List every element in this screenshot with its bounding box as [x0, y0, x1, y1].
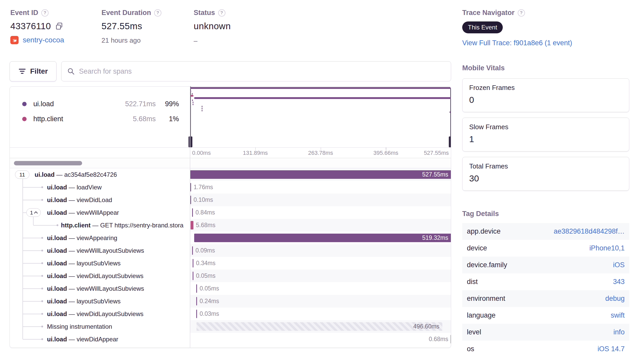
tag-value-link[interactable]: ae3829618d484298f… [554, 227, 625, 235]
span-row[interactable]: 11ui.load — ac354af5e82c4726527.55ms [10, 168, 451, 181]
tree-connector-dot [41, 338, 43, 340]
span-duration-bar[interactable] [451, 335, 451, 343]
tag-value-link[interactable]: iPhone10,1 [589, 244, 625, 252]
span-duration-label: 5.68ms [196, 219, 215, 232]
event-duration-label: Event Duration [101, 9, 151, 17]
span-duration-label: 0.84ms [195, 206, 215, 219]
minimap-span-mark [192, 99, 193, 101]
minimap-span-mark [190, 90, 191, 92]
span-duration-bar[interactable] [190, 170, 451, 179]
this-event-badge[interactable]: This Event [462, 21, 503, 33]
span-row[interactable]: http.client — GET https://sentry-brand.s… [10, 219, 451, 232]
span-duration-label: 0.03ms [200, 308, 219, 320]
span-row[interactable]: ui.load — viewAppearing519.32ms [10, 232, 451, 244]
span-duration-cell: 0.68ms [190, 333, 451, 346]
chevron-up-icon [34, 211, 38, 215]
legend-item[interactable]: ui.load522.71ms99% [10, 96, 190, 111]
legend-item[interactable]: http.client5.68ms1% [10, 111, 190, 126]
span-tree-cell: ui.load — viewAppearing [10, 232, 190, 244]
tag-value-link[interactable]: 343 [613, 278, 625, 286]
span-row[interactable]: ui.load — viewDidLoad0.10ms [10, 194, 451, 206]
span-duration-bar[interactable] [196, 297, 197, 305]
span-duration-cell: 0.84ms [190, 206, 451, 219]
span-tree-cell: ui.load — loadView [10, 181, 190, 194]
span-count-pill[interactable]: 11 [15, 170, 29, 179]
span-duration-bar[interactable] [193, 259, 193, 267]
span-row[interactable]: Missing instrumentation496.60ms [10, 320, 451, 333]
minimap-left-handle[interactable] [189, 136, 192, 147]
tree-connector-dot [41, 199, 43, 201]
span-row[interactable]: ui.load — layoutSubViews0.24ms [10, 295, 451, 308]
axis-tick-label: 131.89ms [243, 150, 268, 156]
span-search [61, 61, 451, 81]
tree-connector [23, 200, 42, 200]
tag-value-link[interactable]: iOS 14.7 [598, 345, 625, 353]
span-title: ui.load — viewWillLayoutSubviews [47, 282, 144, 295]
span-tree-cell: Missing instrumentation [10, 320, 190, 333]
span-duration-bar[interactable] [192, 208, 193, 217]
tag-value-link[interactable]: iOS [613, 261, 625, 269]
span-duration-bar[interactable] [194, 234, 451, 242]
span-duration-bar[interactable] [192, 246, 193, 255]
span-duration-label: 0.05ms [196, 270, 215, 282]
span-row[interactable]: 1ui.load — viewWillAppear0.84ms [10, 206, 451, 219]
filter-button[interactable]: Filter [10, 61, 57, 81]
span-row[interactable]: ui.load — viewDidLayoutSubviews0.03ms [10, 308, 451, 320]
span-row[interactable]: ui.load — viewDidAppear0.68ms [10, 333, 451, 346]
search-input[interactable] [79, 67, 445, 75]
tag-key: device [467, 244, 487, 252]
trace-navigator-section: Trace Navigator ? This Event View Full T… [462, 9, 572, 47]
span-duration-bar[interactable] [190, 183, 191, 191]
tag-value-link[interactable]: info [613, 328, 625, 336]
span-duration-bar[interactable] [196, 310, 197, 318]
tag-key: environment [467, 295, 505, 303]
tree-connector-dot [41, 300, 43, 302]
copy-icon[interactable] [55, 22, 63, 30]
span-row[interactable]: ui.load — viewWillLayoutSubviews0.05ms [10, 282, 451, 295]
span-row[interactable]: ui.load — viewWillLayoutSubviews0.09ms [10, 244, 451, 257]
help-icon[interactable]: ? [41, 9, 49, 17]
tree-connector-dot [41, 326, 43, 327]
event-id-label-row: Event ID ? [10, 9, 64, 17]
legend-duration: 522.71ms [125, 100, 156, 108]
view-full-trace-link[interactable]: View Full Trace: f901a8e6 (1 event) [462, 39, 572, 47]
span-duration-cell: 5.68ms [190, 219, 451, 232]
help-icon[interactable]: ? [518, 9, 525, 17]
tree-scrollbar-thumb[interactable] [14, 161, 82, 165]
tree-scrollbar-track [10, 158, 190, 168]
span-tree-cell: ui.load — viewDidLayoutSubviews [10, 308, 190, 320]
span-duration-bar[interactable] [193, 272, 193, 280]
help-icon[interactable]: ? [218, 9, 225, 17]
span-row[interactable]: ui.load — viewDidLayoutSubviews0.05ms [10, 270, 451, 282]
tree-connector [23, 187, 42, 188]
minimap-span-mark [202, 108, 202, 109]
tree-connector [33, 225, 57, 226]
minimap-span-mark [202, 110, 202, 111]
tag-value-link[interactable]: debug [605, 295, 625, 303]
vital-card-label: Frozen Frames [469, 84, 622, 92]
minimap-right-handle[interactable] [449, 136, 451, 147]
tag-row: dist343 [462, 273, 629, 290]
tree-connector-dot [41, 186, 43, 188]
span-duration-bar[interactable] [190, 196, 191, 204]
span-duration-bar[interactable] [197, 322, 442, 331]
event-id-section: Event ID ? 43376110 sentry-cocoa [10, 9, 64, 44]
event-id-label: Event ID [10, 9, 38, 17]
tag-value-link[interactable]: swift [611, 311, 625, 319]
span-row[interactable]: ui.load — layoutSubViews0.34ms [10, 257, 451, 270]
minimap[interactable] [190, 87, 451, 147]
span-title: http.client — GET https://sentry-brand.s… [61, 219, 183, 232]
help-icon[interactable]: ? [154, 9, 161, 17]
project-link[interactable]: sentry-cocoa [23, 36, 64, 44]
tree-connector-dot [57, 224, 58, 226]
vital-card-value: 30 [469, 173, 622, 183]
tree-connector-dot [41, 288, 43, 289]
span-duration-label: 0.24ms [200, 295, 219, 308]
minimap-span-mark [194, 97, 451, 99]
span-row[interactable]: ui.load — loadView1.76ms [10, 181, 451, 194]
collapse-span-pill[interactable]: 1 [26, 208, 41, 217]
span-duration-bar[interactable] [196, 284, 197, 293]
tree-connector-dot [41, 237, 43, 239]
vital-card-value: 0 [469, 95, 622, 105]
span-duration-bar[interactable] [191, 221, 193, 229]
